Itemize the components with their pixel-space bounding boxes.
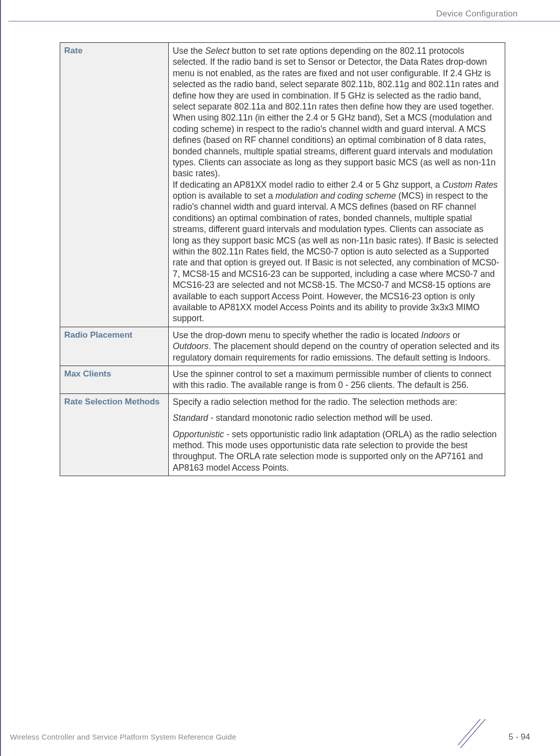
row-description: Use the drop-down menu to specify whethe…: [169, 327, 505, 366]
desc-text: button to set rate options depending on …: [173, 46, 499, 178]
row-label: Radio Placement: [60, 327, 169, 366]
table-row: Rate Selection MethodsSpecify a radio se…: [60, 393, 505, 476]
table-row: Radio PlacementUse the drop-down menu to…: [60, 327, 505, 366]
desc-text: Use the: [173, 46, 205, 56]
desc-text: . The placement should depend on the cou…: [173, 341, 499, 362]
svg-line-0: [458, 719, 480, 745]
desc-text: Select: [205, 46, 229, 56]
row-description: Use the spinner control to set a maximum…: [169, 366, 505, 393]
desc-text: (MCS) in respect to the radio's channel …: [173, 191, 499, 323]
footer-slash-icon: [450, 715, 490, 750]
desc-text: Standard: [173, 413, 208, 423]
table-row: RateUse the Select button to set rate op…: [60, 43, 505, 327]
row-label: Rate Selection Methods: [60, 393, 169, 476]
desc-text: Indoors: [421, 330, 450, 340]
footer-guide-title: Wireless Controller and Service Platform…: [10, 733, 236, 741]
row-label: Rate: [60, 43, 169, 327]
footer-page-number: 5 - 94: [509, 732, 530, 742]
desc-text: Use the spinner control to set a maximum…: [173, 369, 491, 390]
desc-text: If dedicating an AP81XX model radio to e…: [173, 180, 443, 190]
desc-text: Custom Rates: [443, 180, 498, 190]
row-description: Use the Select button to set rate option…: [169, 43, 505, 327]
desc-text: Specify a radio selection method for the…: [173, 397, 457, 407]
header-section-label: Device Configuration: [436, 9, 518, 19]
header-divider: [8, 21, 560, 21]
svg-line-1: [460, 719, 485, 748]
desc-text: Opportunistic: [173, 429, 224, 439]
desc-text: Outdoors: [173, 341, 209, 351]
desc-text: Use the drop-down menu to specify whethe…: [173, 330, 421, 340]
desc-text: option is available to set a: [173, 191, 275, 201]
desc-text: or: [450, 330, 460, 340]
row-description: Specify a radio selection method for the…: [169, 393, 505, 476]
row-label: Max Clients: [60, 366, 169, 393]
table-row: Max ClientsUse the spinner control to se…: [60, 366, 505, 393]
desc-text: - standard monotonic radio selection met…: [208, 413, 433, 423]
config-table: RateUse the Select button to set rate op…: [60, 42, 505, 476]
desc-text: modulation and coding scheme: [275, 191, 396, 201]
